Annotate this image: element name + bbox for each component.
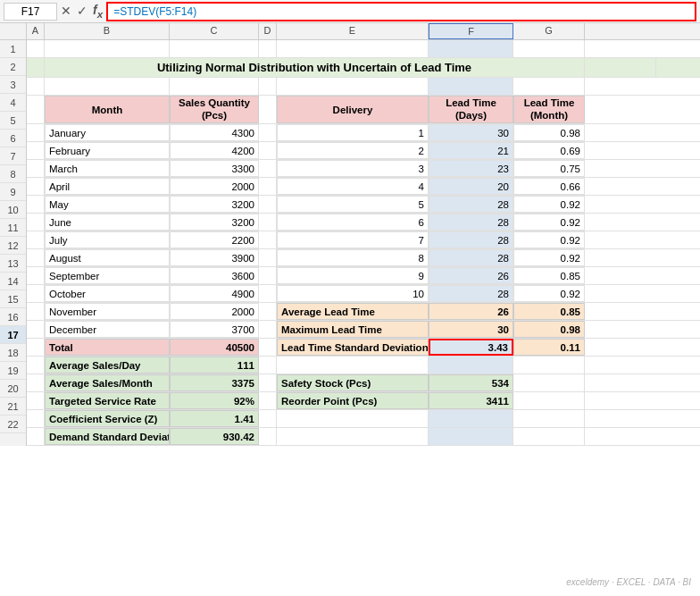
cell-d20[interactable]	[259, 392, 277, 409]
cell-c3[interactable]	[170, 78, 259, 95]
cell-a2[interactable]	[27, 58, 45, 77]
cell-d11[interactable]	[259, 231, 277, 248]
month-aug[interactable]: August	[45, 249, 170, 266]
cell-d7[interactable]	[259, 160, 277, 177]
col-header-c[interactable]: C	[170, 23, 259, 39]
cell-d12[interactable]	[259, 249, 277, 266]
month-apr[interactable]: April	[45, 178, 170, 195]
lead-days-8[interactable]: 28	[429, 249, 513, 266]
cell-d10[interactable]	[259, 214, 277, 231]
qty-aug[interactable]: 3900	[170, 249, 259, 266]
lead-month-10[interactable]: 0.92	[513, 285, 585, 302]
lead-days-10[interactable]: 28	[429, 285, 513, 302]
cell-f1[interactable]	[429, 40, 513, 57]
cell-e18[interactable]	[277, 357, 429, 374]
cell-d14[interactable]	[259, 285, 277, 302]
lead-days-2[interactable]: 21	[429, 142, 513, 159]
month-nov[interactable]: November	[45, 303, 170, 320]
delivery-3[interactable]: 3	[277, 160, 429, 177]
cell-g21[interactable]	[513, 410, 585, 427]
cell-a5[interactable]	[27, 124, 45, 141]
function-icon[interactable]: fx	[93, 3, 103, 20]
lead-month-4[interactable]: 0.66	[513, 178, 585, 195]
cell-d16[interactable]	[259, 321, 277, 338]
lead-days-5[interactable]: 28	[429, 196, 513, 213]
cell-d4[interactable]	[259, 96, 277, 123]
cell-d8[interactable]	[259, 178, 277, 195]
qty-sep[interactable]: 3600	[170, 267, 259, 284]
qty-dec[interactable]: 3700	[170, 321, 259, 338]
month-oct[interactable]: October	[45, 285, 170, 302]
lead-month-1[interactable]: 0.98	[513, 124, 585, 141]
cell-d13[interactable]	[259, 267, 277, 284]
cell-g2[interactable]	[585, 58, 656, 77]
confirm-icon[interactable]: ✓	[77, 4, 88, 18]
cell-a21[interactable]	[27, 410, 45, 427]
month-feb[interactable]: February	[45, 142, 170, 159]
qty-mar[interactable]: 3300	[170, 160, 259, 177]
delivery-5[interactable]: 5	[277, 196, 429, 213]
qty-feb[interactable]: 4200	[170, 142, 259, 159]
delivery-2[interactable]: 2	[277, 142, 429, 159]
cell-d21[interactable]	[259, 410, 277, 427]
cell-a18[interactable]	[27, 357, 45, 374]
cell-g18[interactable]	[513, 357, 585, 374]
col-header-g[interactable]: G	[513, 23, 585, 39]
col-header-d[interactable]: D	[259, 23, 277, 39]
cell-e21[interactable]	[277, 410, 429, 427]
cell-a15[interactable]	[27, 303, 45, 320]
cell-g1[interactable]	[513, 40, 585, 57]
cell-a13[interactable]	[27, 267, 45, 284]
cell-a12[interactable]	[27, 249, 45, 266]
cell-a10[interactable]	[27, 214, 45, 231]
lead-month-8[interactable]: 0.92	[513, 249, 585, 266]
cancel-icon[interactable]: ✕	[61, 4, 71, 18]
col-header-a[interactable]: A	[27, 23, 45, 39]
qty-oct[interactable]: 4900	[170, 285, 259, 302]
formula-input[interactable]: =STDEV(F5:F14)	[106, 2, 696, 21]
cell-e1[interactable]	[277, 40, 429, 57]
cell-d18[interactable]	[259, 357, 277, 374]
lead-month-9[interactable]: 0.85	[513, 267, 585, 284]
cell-d19[interactable]	[259, 374, 277, 391]
cell-e22[interactable]	[277, 428, 429, 445]
cell-g20[interactable]	[513, 392, 585, 409]
cell-a20[interactable]	[27, 392, 45, 409]
cell-a9[interactable]	[27, 196, 45, 213]
qty-nov[interactable]: 2000	[170, 303, 259, 320]
qty-jan[interactable]: 4300	[170, 124, 259, 141]
month-jul[interactable]: July	[45, 231, 170, 248]
lead-days-6[interactable]: 28	[429, 214, 513, 231]
cell-e3[interactable]	[277, 78, 429, 95]
qty-may[interactable]: 3200	[170, 196, 259, 213]
lead-days-4[interactable]: 20	[429, 178, 513, 195]
cell-g19[interactable]	[513, 374, 585, 391]
lead-days-9[interactable]: 26	[429, 267, 513, 284]
cell-d15[interactable]	[259, 303, 277, 320]
cell-d6[interactable]	[259, 142, 277, 159]
cell-a7[interactable]	[27, 160, 45, 177]
delivery-4[interactable]: 4	[277, 178, 429, 195]
cell-b3[interactable]	[45, 78, 170, 95]
cell-a16[interactable]	[27, 321, 45, 338]
qty-jul[interactable]: 2200	[170, 231, 259, 248]
cell-a14[interactable]	[27, 285, 45, 302]
month-mar[interactable]: March	[45, 160, 170, 177]
cell-a4[interactable]	[27, 96, 45, 123]
delivery-6[interactable]: 6	[277, 214, 429, 231]
cell-f22[interactable]	[429, 428, 513, 445]
cell-d1[interactable]	[259, 40, 277, 57]
delivery-1[interactable]: 1	[277, 124, 429, 141]
lead-month-2[interactable]: 0.69	[513, 142, 585, 159]
cell-g3[interactable]	[513, 78, 585, 95]
cell-b1[interactable]	[45, 40, 170, 57]
cell-a19[interactable]	[27, 374, 45, 391]
cell-a3[interactable]	[27, 78, 45, 95]
cell-d22[interactable]	[259, 428, 277, 445]
delivery-10[interactable]: 10	[277, 285, 429, 302]
cell-g22[interactable]	[513, 428, 585, 445]
lead-month-7[interactable]: 0.92	[513, 231, 585, 248]
col-header-f[interactable]: F	[429, 23, 513, 39]
cell-f21[interactable]	[429, 410, 513, 427]
cell-c1[interactable]	[170, 40, 259, 57]
